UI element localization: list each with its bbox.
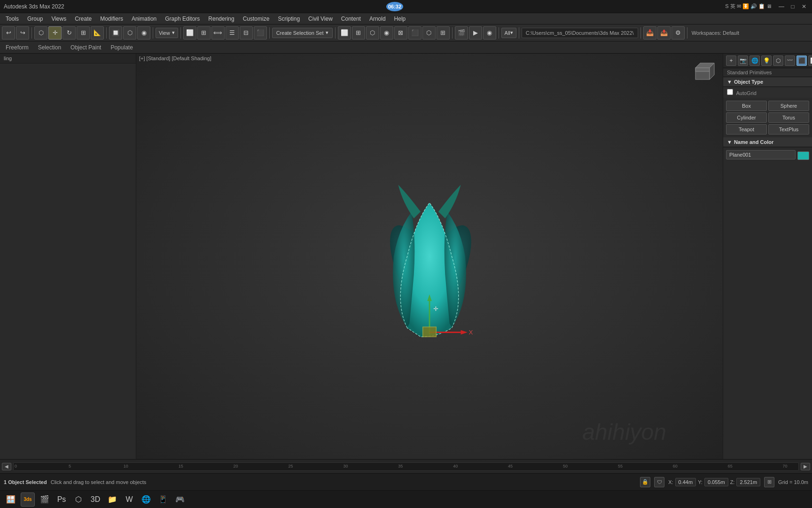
taskbar-unreal-icon[interactable]: ⬡ [71,492,86,507]
align-button[interactable]: ⟺ [211,26,225,40]
helper-icon[interactable]: ⬡ [773,56,783,66]
sphere-button[interactable]: Sphere [768,101,809,111]
teapot-button[interactable]: Teapot [726,124,767,135]
view-icons-3[interactable]: ⬡ [366,26,379,40]
lock-button[interactable]: 🔒 [640,477,650,487]
textplus-button[interactable]: TextPlus [768,124,809,135]
minimize-button[interactable]: — [777,2,786,11]
navigation-cube[interactable] [691,58,719,87]
tab-populate[interactable]: Populate [109,43,134,52]
ribbon-button[interactable]: ⬛ [254,26,267,40]
taskbar-game-icon[interactable]: 🎮 [173,492,187,507]
light-icon[interactable]: 💡 [761,56,772,66]
viewport[interactable]: [+] [Standard] [Default Shading] [136,54,723,459]
box-button[interactable]: Box [726,101,767,111]
mirror-button[interactable]: ⬜ [183,26,196,40]
y-value[interactable]: 0.055m [704,478,728,486]
import-button[interactable]: 📥 [643,26,656,40]
geometry-icon[interactable]: ⬛ [796,56,807,66]
close-button[interactable]: ✕ [800,2,808,11]
tab-selection[interactable]: Selection [36,43,63,52]
taskbar-word-icon[interactable]: W [122,492,136,507]
undo-button[interactable]: ↩ [2,26,15,40]
placement-button[interactable]: 📐 [91,26,104,40]
svg-text:✛: ✛ [433,305,438,312]
name-and-color-header[interactable]: ▼ Name and Color [723,137,812,147]
shape-icon[interactable]: ⬜ [808,56,812,66]
redo-button[interactable]: ↪ [16,26,29,40]
camera-icon[interactable]: 📷 [738,56,748,66]
taskbar-file-icon[interactable]: 📁 [105,492,119,507]
taskbar-windows-button[interactable]: 🪟 [4,492,18,507]
snap-3d[interactable]: ◉ [137,26,150,40]
export-button[interactable]: 📤 [657,26,671,40]
menu-group[interactable]: Group [23,15,47,23]
view-icons-2[interactable]: ⊞ [352,26,365,40]
tab-object-paint[interactable]: Object Paint [69,43,103,52]
grid-button[interactable]: ⊟ [240,26,253,40]
maximize-button[interactable]: □ [789,2,797,11]
taskbar-photoshop-icon[interactable]: Ps [55,492,69,507]
color-swatch[interactable] [797,151,809,160]
right-panel-top-icons: + 📷 🌐 💡 ⬡ 〰 ⬛ ⬜ [723,54,812,68]
menu-views[interactable]: Views [47,15,70,23]
z-value[interactable]: 2.521m [736,478,760,486]
array-button[interactable]: ⊞ [197,26,211,40]
scale-button[interactable]: ⊞ [77,26,90,40]
menu-customize[interactable]: Customize [239,15,273,23]
taskbar-3dsmax2-icon[interactable]: 3D [88,492,102,507]
plus-icon[interactable]: + [726,56,736,66]
snap-toggle[interactable]: 🔲 [109,26,122,40]
view-icons-5[interactable]: ⊠ [394,26,407,40]
standard-primitives-label: Standard Primitives [723,68,812,77]
layer-button[interactable]: ☰ [226,26,239,40]
torus-button[interactable]: Torus [768,112,809,123]
menu-rendering[interactable]: Rendering [204,15,238,23]
menu-civil-view[interactable]: Civil View [304,15,336,23]
menu-animation[interactable]: Animation [128,15,160,23]
rotate-button[interactable]: ↻ [62,26,76,40]
protect-button[interactable]: 🛡 [654,477,664,487]
settings-button[interactable]: ⚙ [671,26,685,40]
grid-button[interactable]: ⊞ [764,477,774,487]
menu-help[interactable]: Help [390,15,410,23]
menu-graph-editors[interactable]: Graph Editors [161,15,203,23]
snap-2d[interactable]: ⬡ [123,26,136,40]
timeline-track[interactable]: 0 5 10 15 20 25 30 35 40 45 50 55 60 65 … [13,462,799,471]
menu-arnold[interactable]: Arnold [366,15,390,23]
cylinder-button[interactable]: Cylinder [726,112,767,123]
menu-content[interactable]: Content [337,15,365,23]
menu-tools[interactable]: Tools [2,15,23,23]
view-icons-1[interactable]: ⬜ [338,26,351,40]
menu-modifiers[interactable]: Modifiers [96,15,127,23]
x-value[interactable]: 0.44m [675,478,696,486]
select-move-button[interactable]: ✛ [48,26,62,40]
view-dropdown[interactable]: View ▾ [156,28,178,38]
view-icons-4[interactable]: ◉ [380,26,393,40]
separator-5 [269,27,270,39]
select-button[interactable]: ⬡ [34,26,47,40]
space-warp-icon[interactable]: 〰 [785,56,795,66]
autogrid-checkbox[interactable] [727,89,733,95]
taskbar-premiere-icon[interactable]: 🎬 [38,492,52,507]
taskbar-app-icon[interactable]: 📱 [156,492,170,507]
menu-scripting[interactable]: Scripting [274,15,304,23]
object-type-header[interactable]: ▼ Object Type [723,77,812,87]
all-dropdown[interactable]: All ▾ [501,28,516,38]
timeline-right-btn[interactable]: ▶ [801,463,810,470]
tab-freeform[interactable]: Freeform [4,43,31,52]
material-editor-button[interactable]: ◉ [483,26,496,40]
timeline-left-btn[interactable]: ◀ [2,463,11,470]
view-icons-6[interactable]: ⬛ [408,26,422,40]
render-button[interactable]: ▶ [469,26,482,40]
globe-icon[interactable]: 🌐 [750,56,760,66]
object-name-input[interactable] [726,150,796,159]
view-icons-8[interactable]: ⊞ [437,26,450,40]
view-icons-7[interactable]: ⬡ [422,26,436,40]
window-controls[interactable]: — □ ✕ [777,2,808,11]
create-selection-set-button[interactable]: Create Selection Set ▾ [272,28,333,38]
render-setup-button[interactable]: 🎬 [455,26,468,40]
taskbar-3dsmax-icon[interactable]: 3ds [21,492,35,507]
taskbar-browser-icon[interactable]: 🌐 [139,492,153,507]
menu-create[interactable]: Create [71,15,95,23]
